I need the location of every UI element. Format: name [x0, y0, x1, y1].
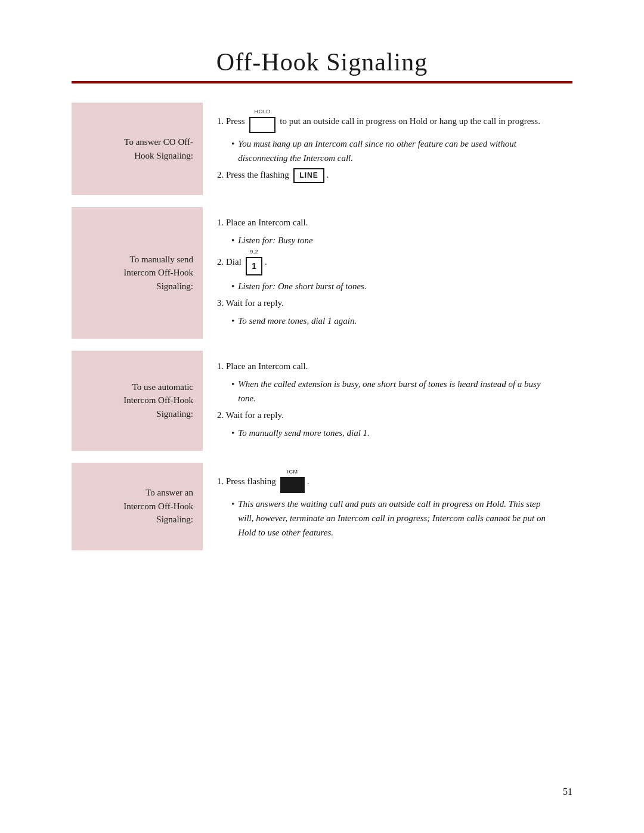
step-3-2: 2. Wait for a reply.	[217, 408, 558, 422]
hold-key	[249, 117, 275, 133]
icm-key	[280, 477, 305, 493]
title-rule	[72, 81, 572, 83]
section-row-3: To use automaticIntercom Off-HookSignali…	[72, 351, 572, 451]
page-container: Off-Hook Signaling To answer CO Off-Hook…	[0, 0, 644, 833]
dial-key-1: 1	[246, 257, 262, 275]
hold-key-label: HOLD	[254, 107, 270, 116]
line-key: LINE	[293, 168, 324, 183]
icm-key-label: ICM	[287, 467, 298, 476]
step-4-1: 1. Press flashing ICM .	[217, 471, 558, 493]
page-title: Off-Hook Signaling	[72, 48, 572, 76]
section-row-4: To answer anIntercom Off-HookSignaling: …	[72, 463, 572, 550]
section-content-3: 1. Place an Intercom call. When the call…	[203, 351, 572, 451]
dial-key-label: 9,2	[250, 247, 258, 256]
icm-key-wrapper: ICM	[280, 477, 305, 493]
sections-wrapper: To answer CO Off-Hook Signaling: 1. Pres…	[72, 103, 572, 550]
step-2-1: 1. Place an Intercom call.	[217, 215, 558, 230]
section-label-4: To answer anIntercom Off-HookSignaling:	[72, 463, 203, 550]
dial-key-wrapper: 9,2 1	[246, 257, 262, 275]
bullet-2-3: To send more tones, dial 1 again.	[229, 314, 558, 328]
bullet-1-1: You must hang up an Intercom call since …	[229, 137, 558, 165]
page-title-area: Off-Hook Signaling	[72, 48, 572, 83]
bullet-3-1: When the called extension is busy, one s…	[229, 377, 558, 405]
step-1-2: 2. Press the flashing LINE .	[217, 168, 558, 183]
bullet-3-2: To manually send more tones, dial 1.	[229, 426, 558, 440]
section-content-4: 1. Press flashing ICM . This answers the…	[203, 463, 572, 550]
section-label-1: To answer CO Off-Hook Signaling:	[72, 103, 203, 195]
bullet-2-1: Listen for: Busy tone	[229, 233, 558, 247]
section-label-2: To manually sendIntercom Off-HookSignali…	[72, 207, 203, 338]
section-label-3: To use automaticIntercom Off-HookSignali…	[72, 351, 203, 451]
section-row-1: To answer CO Off-Hook Signaling: 1. Pres…	[72, 103, 572, 195]
section-content-2: 1. Place an Intercom call. Listen for: B…	[203, 207, 572, 338]
step-3-1: 1. Place an Intercom call.	[217, 359, 558, 373]
page-number: 51	[563, 786, 572, 797]
step-2-2: 2. Dial 9,2 1 .	[217, 250, 558, 275]
section-row-2: To manually sendIntercom Off-HookSignali…	[72, 207, 572, 338]
section-content-1: 1. Press HOLD to put an outside call in …	[203, 103, 572, 195]
hold-key-wrapper: HOLD	[249, 117, 275, 133]
bullet-2-2: Listen for: One short burst of tones.	[229, 279, 558, 293]
step-2-3: 3. Wait for a reply.	[217, 296, 558, 310]
step-1-1: 1. Press HOLD to put an outside call in …	[217, 111, 558, 133]
bullet-4-1: This answers the waiting call and puts a…	[229, 497, 558, 540]
